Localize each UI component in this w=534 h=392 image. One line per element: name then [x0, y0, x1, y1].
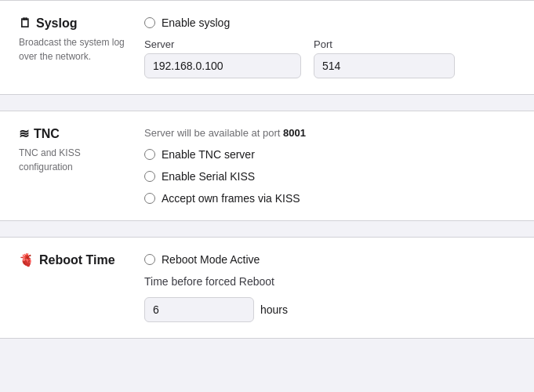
syslog-fields-row: Server Port [144, 38, 515, 78]
syslog-title: 🗒 Syslog [19, 16, 132, 31]
enable-syslog-label: Enable syslog [162, 16, 230, 29]
enable-tnc-label: Enable TNC server [162, 148, 255, 161]
syslog-meta: 🗒 Syslog Broadcast the system log over t… [19, 16, 144, 78]
reboot-section: 🫀 Reboot Time Reboot Mode Active Time be… [0, 237, 534, 339]
tnc-content: Server will be available at port 8001 En… [144, 127, 515, 205]
tnc-meta: ≋ TNC TNC and KISS configuration [19, 127, 144, 205]
enable-syslog-row: Enable syslog [144, 16, 515, 29]
time-before-group: Time before forced Reboot hours [144, 275, 515, 322]
tnc-port-number: 8001 [283, 127, 306, 139]
syslog-content: Enable syslog Server Port [144, 16, 515, 78]
port-input[interactable] [314, 53, 455, 78]
time-before-label: Time before forced Reboot [144, 275, 515, 288]
server-label: Server [144, 38, 301, 50]
settings-page: 🗒 Syslog Broadcast the system log over t… [0, 0, 534, 339]
enable-syslog-radio[interactable] [144, 17, 155, 28]
accept-frames-label: Accept own frames via KISS [162, 192, 300, 205]
hours-input[interactable] [144, 297, 254, 322]
syslog-icon: 🗒 [19, 17, 31, 30]
tnc-description: TNC and KISS configuration [19, 146, 132, 174]
reboot-mode-radio[interactable] [144, 254, 155, 265]
tnc-port-info: Server will be available at port 8001 [144, 127, 515, 139]
port-label: Port [314, 38, 455, 50]
enable-serial-kiss-radio[interactable] [144, 171, 155, 182]
enable-tnc-radio[interactable] [144, 149, 155, 160]
serial-kiss-row: Enable Serial KISS [144, 170, 515, 183]
syslog-description: Broadcast the system log over the networ… [19, 35, 132, 64]
accept-frames-radio[interactable] [144, 193, 155, 204]
reboot-content: Reboot Mode Active Time before forced Re… [144, 253, 515, 322]
accept-frames-row: Accept own frames via KISS [144, 192, 515, 205]
tnc-title: ≋ TNC [19, 127, 132, 141]
tnc-server-row: Enable TNC server [144, 148, 515, 161]
port-field-group: Port [314, 38, 455, 78]
hours-input-wrapper: hours [144, 297, 515, 322]
server-input[interactable] [144, 53, 301, 78]
syslog-section: 🗒 Syslog Broadcast the system log over t… [0, 0, 534, 95]
reboot-icon: 🫀 [19, 254, 35, 267]
tnc-icon: ≋ [19, 128, 29, 140]
reboot-mode-row: Reboot Mode Active [144, 253, 515, 266]
enable-serial-kiss-label: Enable Serial KISS [162, 170, 255, 183]
reboot-title: 🫀 Reboot Time [19, 253, 132, 267]
hours-unit-label: hours [260, 303, 288, 316]
server-field-group: Server [144, 38, 301, 78]
reboot-mode-label: Reboot Mode Active [162, 253, 260, 266]
reboot-meta: 🫀 Reboot Time [19, 253, 144, 322]
tnc-section: ≋ TNC TNC and KISS configuration Server … [0, 111, 534, 221]
